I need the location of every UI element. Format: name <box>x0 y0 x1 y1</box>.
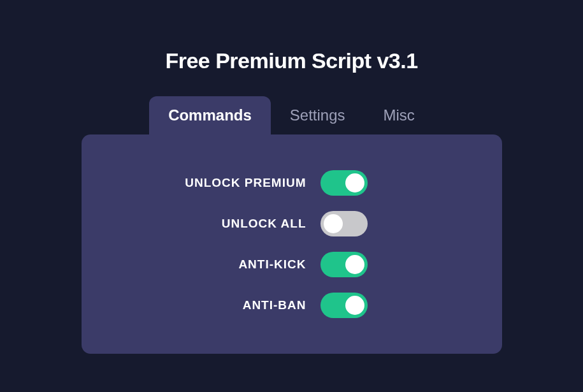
option-label-anti-kick: ANTI-KICK <box>107 258 320 272</box>
toggle-knob <box>345 255 364 274</box>
tab-commands[interactable]: Commands <box>149 96 271 134</box>
toggle-anti-ban[interactable] <box>320 293 368 318</box>
toggle-knob <box>345 173 364 192</box>
toggle-knob <box>324 214 343 233</box>
tab-misc[interactable]: Misc <box>364 96 434 134</box>
option-row: ANTI-KICK <box>107 252 477 277</box>
option-label-unlock-premium: UNLOCK PREMIUM <box>107 176 320 190</box>
options-panel: UNLOCK PREMIUM UNLOCK ALL ANTI-KICK ANTI… <box>82 134 502 354</box>
option-label-unlock-all: UNLOCK ALL <box>107 217 320 231</box>
option-row: ANTI-BAN <box>107 293 477 318</box>
toggle-unlock-all[interactable] <box>320 211 368 236</box>
option-label-anti-ban: ANTI-BAN <box>107 298 320 312</box>
tab-settings[interactable]: Settings <box>271 96 364 134</box>
tab-bar: Commands Settings Misc <box>149 96 434 134</box>
toggle-anti-kick[interactable] <box>320 252 368 277</box>
option-row: UNLOCK ALL <box>107 211 477 236</box>
app-title: Free Premium Script v3.1 <box>165 48 417 73</box>
option-row: UNLOCK PREMIUM <box>107 170 477 196</box>
toggle-knob <box>345 296 364 315</box>
toggle-unlock-premium[interactable] <box>320 170 368 196</box>
